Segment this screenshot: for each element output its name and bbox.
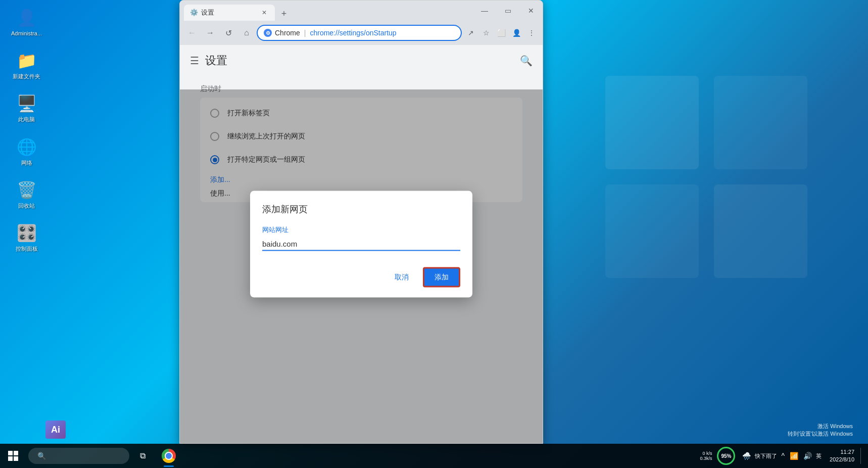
share-button[interactable]: ↗ — [464, 26, 478, 40]
content-area: ☰ 设置 🔍 启动时 打开新标签页 继续浏览上次打开的网页 — [180, 45, 543, 443]
desktop-icon-network[interactable]: 🌐 网络 — [8, 134, 45, 168]
task-view-icon: ⧉ — [140, 451, 146, 460]
title-bar: ⚙️ 设置 ✕ + — ▭ ✕ — [180, 1, 543, 21]
tray-icons-group: 🌧️ 快下雨了 ^ 📶 🔊 英 — [741, 451, 822, 461]
start-icon — [8, 451, 18, 461]
activate-line2: 转到'设置'以激活 Windows — [788, 430, 853, 438]
windows-activation: 激活 Windows 转到'设置'以激活 Windows — [788, 423, 853, 438]
address-chrome-text: Chrome — [275, 29, 300, 37]
control-panel-icon: 🎛️ — [16, 222, 37, 244]
address-bar: ← → ↺ ⌂ ⚙ Chrome | chrome://settings/onS… — [180, 21, 543, 45]
activate-line1: 激活 Windows — [788, 423, 853, 430]
network-tray-icon[interactable]: 📶 — [789, 451, 799, 461]
home-button[interactable]: ⌂ — [238, 25, 255, 41]
folder-icon: 📁 — [16, 50, 37, 71]
task-view-button[interactable]: ⧉ — [131, 444, 154, 468]
chrome-taskbar-icon — [162, 449, 176, 463]
address-separator: | — [304, 29, 306, 37]
settings-tab[interactable]: ⚙️ 设置 ✕ — [184, 5, 275, 21]
add-button[interactable]: 添加 — [423, 267, 460, 288]
chrome-favicon: ⚙ — [264, 29, 272, 37]
windows-decoration — [605, 76, 807, 278]
taskbar-pinned-apps — [158, 444, 180, 468]
clock-date: 2022/8/10 — [830, 456, 854, 463]
system-clock[interactable]: 11:27 2022/8/10 — [826, 448, 858, 464]
desktop: 👤 Administra... 📁 新建文件夹 🖥️ 此电脑 🌐 网络 🗑️ 回… — [0, 0, 868, 468]
svg-rect-1 — [714, 76, 807, 169]
control-panel-label: 控制面板 — [16, 246, 38, 252]
network-icon: 🌐 — [16, 136, 37, 158]
desktop-icon-control-panel[interactable]: 🎛️ 控制面板 — [8, 220, 45, 254]
title-bar-controls: — ▭ ✕ — [473, 1, 543, 21]
address-toolbar: ↗ ☆ ⬜ 👤 ⋮ — [464, 26, 539, 40]
taskbar-search[interactable]: 🔍 — [28, 448, 129, 464]
tab-bar: ⚙️ 设置 ✕ + — [184, 1, 473, 21]
network-down: 0.3k/s — [700, 456, 712, 461]
network-speed: 0 k/s 0.3k/s — [700, 451, 712, 461]
tab-title: 设置 — [201, 8, 257, 17]
network-up: 0 k/s — [702, 451, 712, 456]
forward-button[interactable]: → — [202, 25, 218, 41]
settings-page-title: 设置 — [205, 53, 227, 68]
recycle-bin-label: 回收站 — [18, 203, 35, 209]
tab-favicon: ⚙️ — [190, 9, 198, 17]
expand-tray-icon[interactable]: ^ — [780, 451, 786, 461]
desktop-icon-recycle-bin[interactable]: 🗑️ 回收站 — [8, 177, 45, 211]
new-folder-label: 新建文件夹 — [13, 73, 40, 80]
desktop-icons: 👤 Administra... 📁 新建文件夹 🖥️ 此电脑 🌐 网络 🗑️ 回… — [8, 5, 45, 254]
language-indicator: 英 — [816, 452, 822, 460]
this-pc-label: 此电脑 — [18, 116, 35, 123]
clock-time: 11:27 — [830, 448, 854, 456]
settings-search-icon[interactable]: 🔍 — [520, 55, 533, 67]
minimize-button[interactable]: — — [473, 1, 496, 21]
start-button[interactable] — [0, 444, 26, 468]
close-button[interactable]: ✕ — [519, 1, 543, 21]
system-tray: 0 k/s 0.3k/s 95% 🌧️ 快下雨了 ^ 📶 🔊 英 11:27 2… — [700, 447, 868, 465]
menu-button[interactable]: ⋮ — [524, 26, 539, 40]
profile-button[interactable]: 👤 — [509, 26, 523, 40]
browser-window: ⚙️ 设置 ✕ + — ▭ ✕ ← → ↺ ⌂ ⚙ Chrome — [179, 0, 543, 444]
new-tab-button[interactable]: + — [277, 7, 291, 21]
settings-header: ☰ 设置 🔍 — [180, 45, 543, 76]
battery-indicator: 95% — [717, 447, 735, 465]
dialog-title: 添加新网页 — [262, 203, 460, 215]
desktop-icon-this-pc[interactable]: 🖥️ 此电脑 — [8, 91, 45, 125]
admin-icon: 👤 — [16, 7, 37, 28]
ai-icon[interactable]: Ai — [45, 420, 66, 439]
bookmark-button[interactable]: ☆ — [479, 26, 493, 40]
address-input[interactable]: ⚙ Chrome | chrome://settings/onStartup — [257, 25, 462, 41]
taskbar: 🔍 ⧉ 0 k/s 0.3k/s 95% 🌧️ 快下雨了 ^ 📶 — [0, 444, 868, 468]
desktop-icon-new-folder[interactable]: 📁 新建文件夹 — [8, 48, 45, 82]
split-button[interactable]: ⬜ — [494, 26, 508, 40]
address-url: chrome://settings/onStartup — [310, 29, 396, 37]
restore-button[interactable]: ▭ — [496, 1, 519, 21]
weather-icon: 🌧️ — [741, 451, 752, 461]
dialog-buttons: 取消 添加 — [262, 267, 460, 288]
desktop-icon-admin[interactable]: 👤 Administra... — [8, 5, 45, 39]
taskbar-search-icon: 🔍 — [37, 452, 46, 460]
tab-close-button[interactable]: ✕ — [260, 8, 269, 17]
settings-menu-icon[interactable]: ☰ — [190, 55, 199, 67]
dialog-url-label: 网站网址 — [262, 225, 460, 235]
weather-label: 快下雨了 — [755, 452, 777, 460]
taskbar-chrome-app[interactable] — [158, 444, 180, 468]
show-desktop-button[interactable] — [860, 448, 864, 464]
cancel-button[interactable]: 取消 — [384, 267, 419, 288]
recycle-bin-icon: 🗑️ — [16, 179, 37, 201]
svg-rect-3 — [714, 184, 807, 278]
admin-label: Administra... — [11, 30, 42, 37]
battery-pct: 95% — [721, 453, 731, 459]
add-new-page-dialog: 添加新网页 网站网址 取消 添加 — [250, 191, 472, 298]
volume-icon[interactable]: 🔊 — [802, 451, 813, 461]
reload-button[interactable]: ↺ — [220, 25, 236, 41]
this-pc-icon: 🖥️ — [16, 93, 37, 114]
back-button[interactable]: ← — [184, 25, 200, 41]
dialog-url-input[interactable] — [262, 238, 460, 250]
svg-rect-2 — [605, 184, 699, 278]
dialog-input-wrapper — [262, 238, 460, 251]
svg-rect-0 — [605, 76, 699, 169]
network-label: 网络 — [21, 160, 32, 166]
